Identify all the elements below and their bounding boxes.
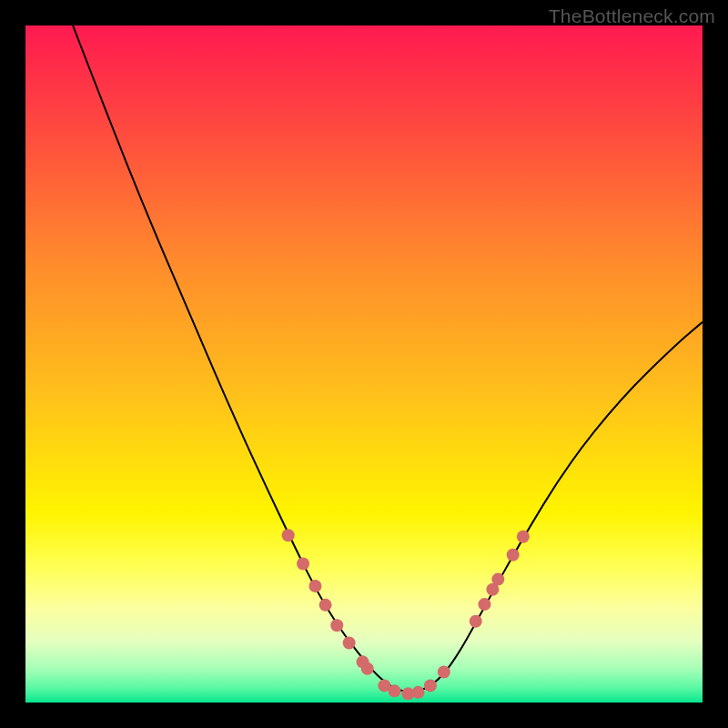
plot-area [25,25,703,703]
chart-svg [25,25,703,703]
marker-dot [343,637,356,650]
marker-dot [330,619,343,632]
marker-dot [319,599,332,612]
gradient-background [25,25,703,703]
marker-dot [412,686,425,699]
marker-dot [282,529,295,541]
marker-dot [470,615,482,628]
marker-dot [478,598,490,611]
marker-dot [424,679,437,692]
marker-dot [308,580,321,592]
marker-dot [438,666,450,679]
watermark-text: TheBottleneck.com [549,5,715,27]
marker-dot [297,557,309,570]
marker-dot [388,684,400,697]
marker-dot [507,549,520,561]
marker-dot [491,573,504,586]
marker-dot [361,662,374,675]
chart-frame: TheBottleneck.com [0,0,728,728]
marker-dot [517,531,530,543]
